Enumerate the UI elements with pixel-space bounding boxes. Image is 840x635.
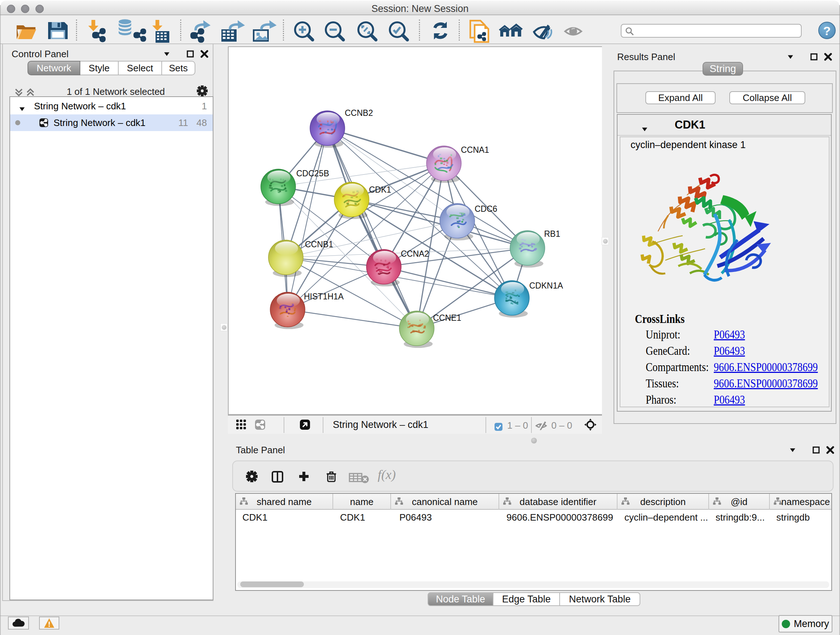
- svg-text:CDKN1A: CDKN1A: [529, 281, 563, 290]
- svg-text:CCNA1: CCNA1: [461, 145, 489, 155]
- svg-text:CCNE1: CCNE1: [433, 313, 461, 323]
- svg-text:CDC25B: CDC25B: [296, 169, 329, 178]
- svg-text:RB1: RB1: [544, 229, 561, 239]
- svg-text:HIST1H1A: HIST1H1A: [304, 292, 344, 301]
- svg-text:CDC6: CDC6: [475, 204, 497, 214]
- svg-text:CCNB2: CCNB2: [345, 108, 373, 118]
- svg-text:CCNB1: CCNB1: [305, 240, 333, 249]
- svg-text:CCNA2: CCNA2: [401, 249, 429, 258]
- svg-text:CDK1: CDK1: [369, 185, 391, 195]
